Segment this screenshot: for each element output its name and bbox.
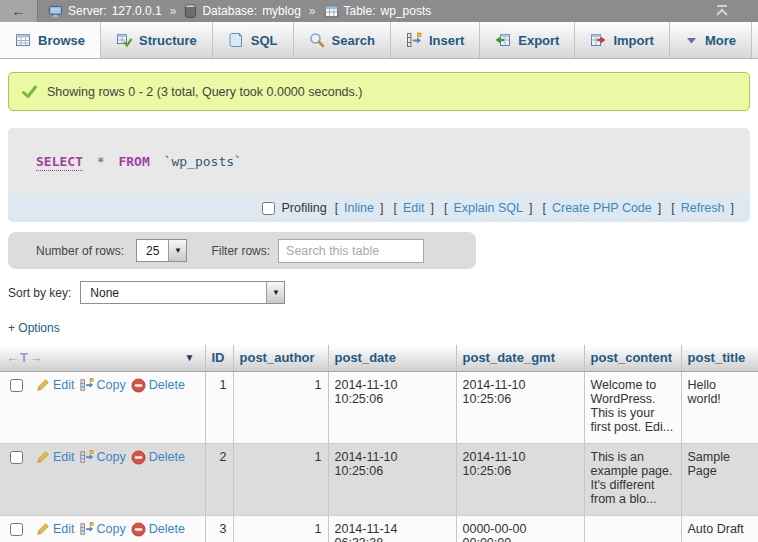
number-of-rows-value: 25	[137, 240, 168, 261]
copy-label: Copy	[97, 378, 126, 392]
tab-import[interactable]: Import	[575, 22, 669, 58]
edit-row-link[interactable]: Edit	[36, 522, 75, 536]
copy-icon	[80, 378, 94, 392]
server-icon	[48, 4, 63, 19]
delete-row-link[interactable]: Delete	[131, 522, 185, 537]
inline-link[interactable]: Inline	[344, 201, 374, 215]
copy-row-link[interactable]: Copy	[80, 378, 126, 392]
tab-more[interactable]: More	[670, 22, 752, 58]
back-button[interactable]: ←	[0, 0, 38, 22]
row-actions-cell: Edit Copy Delete	[0, 443, 205, 515]
breadcrumb: Server: 127.0.0.1 » Database: myblog » T…	[48, 4, 431, 19]
cell-post-author: 1	[233, 371, 328, 443]
table-row: Edit Copy Delete 2 1 2014-11-10 10:25:06…	[0, 443, 758, 515]
column-header-post-author[interactable]: post_author	[233, 345, 328, 371]
cell-post-title: Hello world!	[681, 371, 758, 443]
edit-label: Edit	[53, 450, 75, 464]
table-label: Table:	[344, 4, 376, 18]
edit-query-link[interactable]: Edit	[403, 201, 425, 215]
create-php-code-link[interactable]: Create PHP Code	[552, 201, 652, 215]
cell-id: 3	[205, 515, 233, 542]
edit-row-link[interactable]: Edit	[36, 450, 75, 464]
tab-label: Browse	[38, 33, 85, 48]
delete-icon	[131, 450, 146, 465]
sql-query-text: SELECT * FROM `wp_posts`	[8, 128, 750, 195]
tab-search[interactable]: Search	[294, 22, 391, 58]
options-toggle-link[interactable]: + Options	[8, 321, 60, 335]
success-check-icon	[21, 83, 38, 100]
tab-label: Import	[613, 33, 653, 48]
delete-row-link[interactable]: Delete	[131, 378, 185, 393]
cell-post-date: 2014-11-14 06:33:38	[328, 515, 456, 542]
cell-post-title: Auto Draft	[681, 515, 758, 542]
row-checkbox[interactable]	[10, 379, 23, 392]
collapse-icon	[714, 4, 730, 18]
profiling-label: Profiling	[281, 201, 326, 215]
filter-rows-input[interactable]	[278, 239, 424, 263]
status-text: Showing rows 0 - 2 (3 total, Query took …	[47, 85, 362, 99]
copy-row-link[interactable]: Copy	[80, 450, 126, 464]
sort-by-key-row: Sort by key: None ▼	[8, 281, 758, 304]
bracket: ]	[431, 201, 434, 215]
bracket: ]	[529, 201, 532, 215]
refresh-link[interactable]: Refresh	[681, 201, 725, 215]
tab-structure[interactable]: Structure	[101, 22, 213, 58]
number-of-rows-label: Number of rows:	[36, 244, 124, 258]
explain-sql-link[interactable]: Explain SQL	[453, 201, 522, 215]
cell-post-content	[584, 515, 681, 542]
back-arrow-icon: ←	[12, 3, 26, 19]
bracket: ]	[731, 201, 734, 215]
database-label: Database:	[202, 4, 257, 18]
column-header-actions: ←T→ ▼	[0, 345, 205, 371]
row-nav-icons[interactable]: ←T→	[6, 350, 43, 365]
column-header-post-title[interactable]: post_title	[681, 345, 758, 371]
cell-post-author: 1	[233, 443, 328, 515]
copy-label: Copy	[97, 450, 126, 464]
tab-bar: Browse Structure SQL Search Insert Expor…	[0, 22, 758, 59]
insert-icon	[406, 32, 422, 48]
column-header-post-content[interactable]: post_content	[584, 345, 681, 371]
cell-post-content: This is an example page. It's different …	[584, 443, 681, 515]
bracket: [	[671, 201, 674, 215]
tab-browse[interactable]: Browse	[0, 22, 101, 58]
delete-label: Delete	[149, 378, 185, 392]
results-table: ←T→ ▼ ID post_author post_date post_date…	[0, 345, 758, 542]
row-checkbox[interactable]	[10, 451, 23, 464]
delete-row-link[interactable]: Delete	[131, 450, 185, 465]
structure-icon	[116, 32, 132, 48]
edit-row-link[interactable]: Edit	[36, 378, 75, 392]
cell-post-date-gmt: 0000-00-00 00:00:00	[456, 515, 584, 542]
tab-label: SQL	[251, 33, 278, 48]
cell-post-title: Sample Page	[681, 443, 758, 515]
options-caret-icon[interactable]: ▼	[185, 352, 195, 363]
search-icon	[309, 32, 325, 48]
collapse-panel-button[interactable]	[714, 4, 730, 18]
tab-label: Insert	[429, 33, 464, 48]
copy-icon	[80, 450, 94, 464]
copy-icon	[80, 522, 94, 536]
column-header-post-date-gmt[interactable]: post_date_gmt	[456, 345, 584, 371]
column-header-post-date[interactable]: post_date	[328, 345, 456, 371]
delete-label: Delete	[149, 522, 185, 536]
breadcrumb-server[interactable]: Server: 127.0.0.1	[48, 4, 162, 19]
breadcrumb-database[interactable]: Database: myblog	[184, 4, 300, 19]
cell-post-author: 1	[233, 515, 328, 542]
number-of-rows-select[interactable]: 25 ▼	[136, 239, 187, 262]
sort-by-key-select[interactable]: None ▼	[80, 281, 285, 304]
row-checkbox[interactable]	[10, 523, 23, 536]
cell-id: 2	[205, 443, 233, 515]
breadcrumb-table[interactable]: Table: wp_posts	[324, 4, 432, 19]
copy-row-link[interactable]: Copy	[80, 522, 126, 536]
tab-insert[interactable]: Insert	[391, 22, 480, 58]
tab-sql[interactable]: SQL	[213, 22, 294, 58]
sql-keyword-select: SELECT	[36, 154, 83, 171]
profiling-checkbox[interactable]	[262, 202, 275, 215]
pencil-icon	[36, 378, 50, 392]
browse-icon	[15, 32, 31, 48]
column-header-id[interactable]: ID	[205, 345, 233, 371]
tab-export[interactable]: Export	[480, 22, 575, 58]
breadcrumb-separator: »	[309, 4, 316, 18]
breadcrumb-bar: ← Server: 127.0.0.1 » Database: myblog »…	[0, 0, 758, 22]
header-row: ←T→ ▼ ID post_author post_date post_date…	[0, 345, 758, 371]
edit-label: Edit	[53, 522, 75, 536]
